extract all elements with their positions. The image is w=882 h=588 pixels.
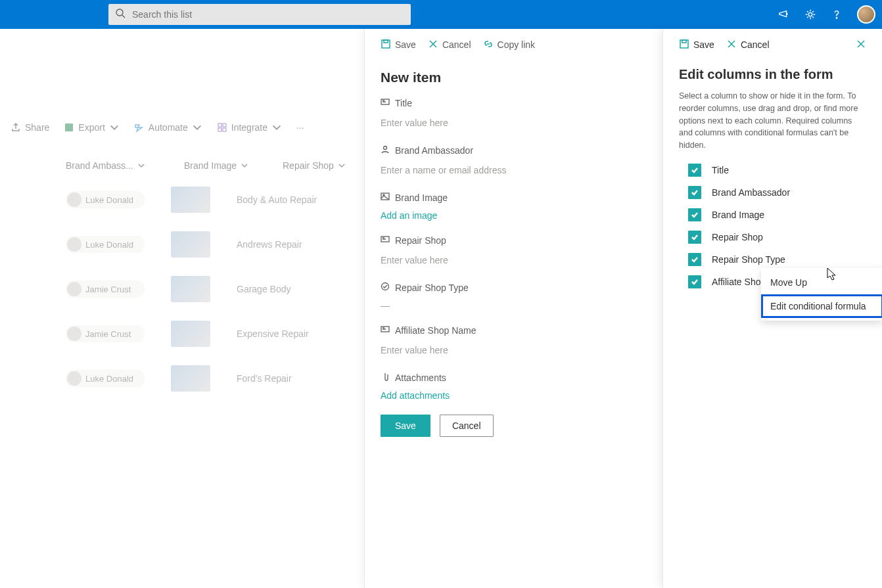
ctx-edit-formula[interactable]: Edit conditional formula	[761, 294, 882, 318]
title-input[interactable]	[381, 115, 647, 131]
svg-rect-9	[382, 40, 390, 48]
field-label-repair: Repair Shop	[395, 235, 446, 246]
choice-icon	[381, 282, 390, 293]
avatar-icon	[67, 327, 81, 341]
column-name-label: Brand Image	[712, 210, 764, 220]
svg-point-0	[116, 9, 123, 16]
svg-line-1	[122, 15, 125, 18]
column-name-label: Repair Shop Type	[712, 254, 785, 265]
column-toggle-item[interactable]: Repair Shop Type	[688, 253, 866, 266]
more-button[interactable]: ···	[292, 120, 308, 135]
search-input[interactable]	[132, 9, 404, 20]
panel-save-button[interactable]: Save	[381, 39, 416, 51]
checkbox-checked[interactable]	[688, 231, 701, 244]
checkbox-checked[interactable]	[688, 275, 701, 288]
settings-icon[interactable]	[804, 9, 816, 20]
persona-name: Jamie Crust	[85, 284, 131, 294]
repair-shop-cell: Expensive Repair	[237, 328, 329, 339]
megaphone-icon[interactable]	[778, 9, 790, 20]
column-toggle-item[interactable]: Brand Image	[688, 208, 866, 221]
panel-title: New item	[381, 70, 647, 85]
text-icon	[381, 325, 390, 336]
share-button[interactable]: Share	[7, 120, 53, 135]
type-value[interactable]: —	[381, 300, 390, 311]
column-toggle-item[interactable]: Title	[688, 164, 866, 177]
field-label-attach: Attachments	[395, 373, 446, 383]
checkbox-checked[interactable]	[688, 208, 701, 221]
checkbox-checked[interactable]	[688, 164, 701, 177]
brand-image-thumb	[171, 187, 210, 213]
new-item-panel: Save Cancel Copy link New item Title Bra…	[364, 29, 662, 588]
panel-cancel-button[interactable]: Cancel	[428, 39, 471, 51]
export-button[interactable]: Export	[60, 120, 123, 135]
column-context-menu: Move Up Edit conditional formula	[761, 268, 882, 321]
svg-rect-10	[384, 40, 388, 43]
repair-input[interactable]	[381, 252, 647, 269]
ctx-move-up[interactable]: Move Up	[761, 271, 882, 294]
column-toggle-item[interactable]: Brand Ambassador	[688, 186, 866, 199]
column-header-repair[interactable]: Repair Shop	[283, 160, 375, 171]
brand-image-thumb	[171, 365, 210, 392]
column-toggle-item[interactable]: Repair Shop	[688, 231, 866, 244]
search-box[interactable]	[108, 4, 411, 25]
checkbox-checked[interactable]	[688, 186, 701, 199]
persona-name: Jamie Crust	[85, 329, 131, 339]
persona-pill: Luke Donald	[66, 191, 145, 208]
link-icon	[483, 39, 494, 51]
svg-rect-5	[218, 124, 221, 127]
person-icon	[381, 145, 390, 156]
ec-save-button[interactable]: Save	[679, 39, 714, 51]
integrate-button[interactable]: Integrate	[213, 120, 286, 135]
brand-image-thumb	[171, 321, 210, 347]
ambassador-input[interactable]	[381, 162, 647, 179]
avatar-icon	[67, 237, 81, 252]
attachment-icon	[381, 372, 390, 383]
persona-pill: Luke Donald	[66, 236, 145, 253]
column-header-ambassador[interactable]: Brand Ambass...	[66, 160, 158, 171]
brand-image-thumb	[171, 276, 210, 302]
persona-name: Luke Donald	[85, 374, 133, 384]
svg-rect-8	[223, 128, 226, 131]
search-icon	[115, 8, 126, 21]
save-icon	[381, 39, 391, 51]
column-name-label: Title	[712, 165, 729, 175]
add-attachments-link[interactable]: Add attachments	[381, 390, 450, 401]
persona-pill: Luke Donald	[66, 370, 145, 387]
checkbox-checked[interactable]	[688, 253, 701, 266]
avatar-icon	[67, 371, 81, 386]
ec-title: Edit columns in the form	[679, 67, 866, 82]
ec-cancel-button[interactable]: Cancel	[726, 39, 770, 51]
repair-shop-cell: Andrews Repair	[237, 239, 329, 250]
brand-image-thumb	[171, 231, 210, 258]
copy-link-button[interactable]: Copy link	[483, 39, 536, 51]
ec-description: Select a column to show or hide it in th…	[679, 90, 866, 152]
image-icon	[381, 192, 390, 203]
save-button[interactable]: Save	[381, 415, 430, 437]
field-label-affiliate: Affiliate Shop Name	[395, 325, 476, 336]
ec-close-button[interactable]	[856, 39, 866, 51]
save-icon	[679, 39, 689, 51]
svg-rect-7	[218, 128, 221, 131]
user-avatar[interactable]	[857, 5, 875, 24]
svg-rect-19	[682, 40, 686, 43]
avatar-icon	[67, 282, 81, 296]
column-name-label: Brand Ambassador	[712, 187, 790, 198]
column-header-image[interactable]: Brand Image	[184, 160, 256, 171]
suite-bar	[0, 0, 882, 29]
svg-rect-6	[223, 124, 226, 127]
automate-button[interactable]: Automate	[130, 120, 206, 135]
svg-point-12	[384, 147, 387, 150]
cancel-button[interactable]: Cancel	[440, 415, 494, 437]
affiliate-input[interactable]	[381, 342, 647, 359]
add-image-link[interactable]: Add an image	[381, 210, 437, 221]
persona-pill: Jamie Crust	[66, 325, 145, 342]
column-name-label: Repair Shop	[712, 232, 763, 242]
svg-rect-4	[65, 124, 73, 131]
svg-point-16	[382, 283, 389, 290]
help-icon[interactable]	[831, 9, 843, 20]
field-label-title: Title	[395, 98, 412, 108]
field-label-type: Repair Shop Type	[395, 283, 469, 293]
persona-pill: Jamie Crust	[66, 281, 145, 298]
close-icon	[428, 39, 438, 51]
repair-shop-cell: Body & Auto Repair	[237, 194, 329, 205]
